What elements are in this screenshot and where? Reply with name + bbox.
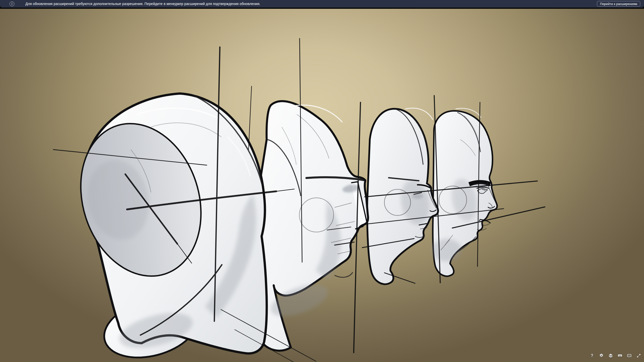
vr-goggles-icon xyxy=(618,353,622,358)
theater-mode-button[interactable] xyxy=(627,353,631,358)
layers-button[interactable] xyxy=(609,353,613,358)
notification-bar: i Для обновления расширений требуются до… xyxy=(0,0,644,8)
fullscreen-icon xyxy=(637,354,641,358)
fullscreen-button[interactable] xyxy=(636,353,641,358)
viewer-toolbar: ? xyxy=(590,353,641,358)
texture-grain xyxy=(0,9,644,362)
settings-button[interactable] xyxy=(599,353,603,358)
sculpted-heads-model xyxy=(0,9,644,362)
model-viewer-canvas[interactable]: ? xyxy=(0,9,644,362)
help-button[interactable]: ? xyxy=(590,353,594,358)
theater-mode-icon xyxy=(627,353,631,358)
notification-message: Для обновления расширений требуются допо… xyxy=(25,2,260,6)
help-icon: ? xyxy=(591,354,593,358)
vr-button[interactable] xyxy=(618,353,622,358)
info-icon: i xyxy=(10,2,14,6)
layers-icon xyxy=(609,353,613,358)
go-to-extensions-button[interactable]: Перейти к расширениям xyxy=(597,1,640,7)
notification-content: i Для обновления расширений требуются до… xyxy=(0,2,260,6)
gear-icon xyxy=(599,353,603,358)
